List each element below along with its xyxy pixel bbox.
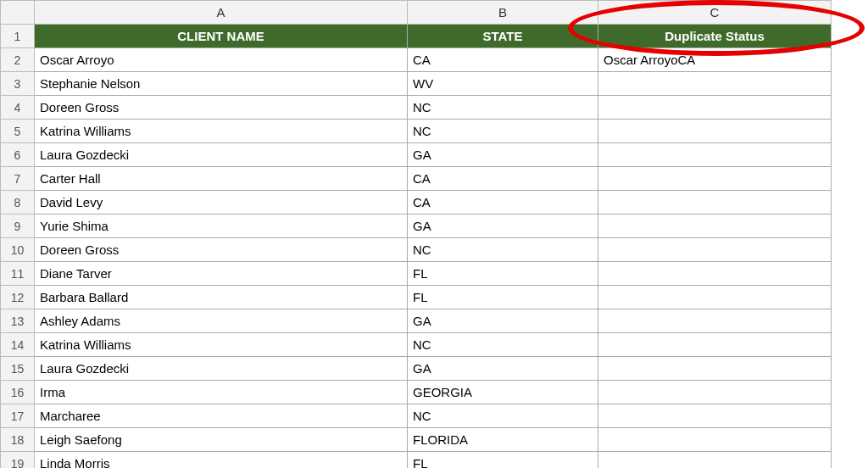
select-all-corner[interactable] — [1, 1, 35, 25]
cell-state[interactable]: GA — [408, 143, 598, 167]
header-client-name[interactable]: CLIENT NAME — [35, 25, 408, 48]
cell-state[interactable]: GEORGIA — [408, 381, 598, 404]
cell-duplicate[interactable] — [598, 381, 832, 404]
cell-state[interactable]: GA — [408, 309, 598, 333]
cell-client-name[interactable]: Oscar Arroyo — [35, 48, 408, 72]
cell-state[interactable]: FL — [408, 452, 598, 469]
cell-client-name[interactable]: Carter Hall — [35, 167, 408, 191]
cell-state[interactable]: NC — [408, 333, 598, 357]
cell-duplicate[interactable] — [598, 72, 832, 96]
header-duplicate-status[interactable]: Duplicate Status — [598, 25, 832, 48]
row-header[interactable]: 16 — [1, 381, 35, 404]
cell-state[interactable]: FL — [408, 286, 598, 309]
cell-state[interactable]: GA — [408, 214, 598, 238]
column-header-A[interactable]: A — [35, 1, 408, 25]
table-row: 13 Ashley Adams GA — [1, 309, 832, 333]
table-row: 1 CLIENT NAME STATE Duplicate Status — [1, 25, 832, 48]
cell-client-name[interactable]: Doreen Gross — [35, 96, 408, 120]
table-row: 15 Laura Gozdecki GA — [1, 357, 832, 381]
row-header[interactable]: 3 — [1, 72, 35, 96]
row-header[interactable]: 2 — [1, 48, 35, 72]
cell-client-name[interactable]: David Levy — [35, 191, 408, 214]
row-header[interactable]: 14 — [1, 333, 35, 357]
cell-duplicate[interactable] — [598, 96, 832, 120]
cell-duplicate[interactable] — [598, 333, 832, 357]
table-row: 4 Doreen Gross NC — [1, 96, 832, 120]
table-row: 8 David Levy CA — [1, 191, 832, 214]
spreadsheet-grid[interactable]: A B C 1 CLIENT NAME STATE Duplicate Stat… — [0, 0, 832, 468]
cell-client-name[interactable]: Doreen Gross — [35, 238, 408, 262]
row-header[interactable]: 8 — [1, 191, 35, 214]
cell-client-name[interactable]: Diane Tarver — [35, 262, 408, 286]
row-header[interactable]: 15 — [1, 357, 35, 381]
cell-duplicate[interactable] — [598, 167, 832, 191]
cell-duplicate[interactable] — [598, 309, 832, 333]
row-header[interactable]: 9 — [1, 214, 35, 238]
table-row: 17 Marcharee NC — [1, 404, 832, 428]
cell-client-name[interactable]: Katrina Williams — [35, 333, 408, 357]
cell-duplicate[interactable] — [598, 120, 832, 143]
table-row: 5 Katrina Williams NC — [1, 120, 832, 143]
row-header[interactable]: 4 — [1, 96, 35, 120]
cell-state[interactable]: FL — [408, 262, 598, 286]
cell-client-name[interactable]: Laura Gozdecki — [35, 143, 408, 167]
cell-client-name[interactable]: Stephanie Nelson — [35, 72, 408, 96]
table-row: 18 Leigh Saefong FLORIDA — [1, 428, 832, 452]
table-row: 11 Diane Tarver FL — [1, 262, 832, 286]
table-row: 6 Laura Gozdecki GA — [1, 143, 832, 167]
cell-state[interactable]: CA — [408, 191, 598, 214]
row-header[interactable]: 18 — [1, 428, 35, 452]
cell-client-name[interactable]: Marcharee — [35, 404, 408, 428]
cell-duplicate[interactable] — [598, 286, 832, 309]
row-header[interactable]: 12 — [1, 286, 35, 309]
cell-state[interactable]: CA — [408, 167, 598, 191]
row-header[interactable]: 10 — [1, 238, 35, 262]
table-row: 19 Linda Morris FL — [1, 452, 832, 469]
cell-duplicate[interactable] — [598, 262, 832, 286]
header-state[interactable]: STATE — [408, 25, 598, 48]
row-header[interactable]: 5 — [1, 120, 35, 143]
row-header[interactable]: 6 — [1, 143, 35, 167]
cell-state[interactable]: FLORIDA — [408, 428, 598, 452]
cell-client-name[interactable]: Leigh Saefong — [35, 428, 408, 452]
column-header-C[interactable]: C — [598, 1, 832, 25]
table-row: 10 Doreen Gross NC — [1, 238, 832, 262]
column-letter-row: A B C — [1, 1, 832, 25]
cell-client-name[interactable]: Ashley Adams — [35, 309, 408, 333]
cell-duplicate[interactable] — [598, 404, 832, 428]
row-header[interactable]: 19 — [1, 452, 35, 469]
row-header[interactable]: 17 — [1, 404, 35, 428]
cell-state[interactable]: GA — [408, 357, 598, 381]
cell-duplicate[interactable] — [598, 238, 832, 262]
cell-duplicate[interactable] — [598, 214, 832, 238]
cell-state[interactable]: NC — [408, 404, 598, 428]
cell-client-name[interactable]: Barbara Ballard — [35, 286, 408, 309]
table-row: 7 Carter Hall CA — [1, 167, 832, 191]
cell-duplicate[interactable]: Oscar ArroyoCA — [598, 48, 832, 72]
cell-state[interactable]: CA — [408, 48, 598, 72]
table-row: 9 Yurie Shima GA — [1, 214, 832, 238]
cell-duplicate[interactable] — [598, 428, 832, 452]
table-row: 2 Oscar Arroyo CA Oscar ArroyoCA — [1, 48, 832, 72]
cell-client-name[interactable]: Yurie Shima — [35, 214, 408, 238]
cell-client-name[interactable]: Linda Morris — [35, 452, 408, 469]
cell-state[interactable]: NC — [408, 238, 598, 262]
cell-duplicate[interactable] — [598, 143, 832, 167]
cell-client-name[interactable]: Katrina Williams — [35, 120, 408, 143]
cell-state[interactable]: NC — [408, 96, 598, 120]
cell-state[interactable]: NC — [408, 120, 598, 143]
cell-duplicate[interactable] — [598, 191, 832, 214]
table-row: 3 Stephanie Nelson WV — [1, 72, 832, 96]
column-header-B[interactable]: B — [408, 1, 598, 25]
row-header[interactable]: 1 — [1, 25, 35, 48]
row-header[interactable]: 11 — [1, 262, 35, 286]
table-row: 16 Irma GEORGIA — [1, 381, 832, 404]
table-row: 12 Barbara Ballard FL — [1, 286, 832, 309]
cell-duplicate[interactable] — [598, 452, 832, 469]
cell-client-name[interactable]: Irma — [35, 381, 408, 404]
row-header[interactable]: 7 — [1, 167, 35, 191]
row-header[interactable]: 13 — [1, 309, 35, 333]
cell-state[interactable]: WV — [408, 72, 598, 96]
cell-duplicate[interactable] — [598, 357, 832, 381]
cell-client-name[interactable]: Laura Gozdecki — [35, 357, 408, 381]
